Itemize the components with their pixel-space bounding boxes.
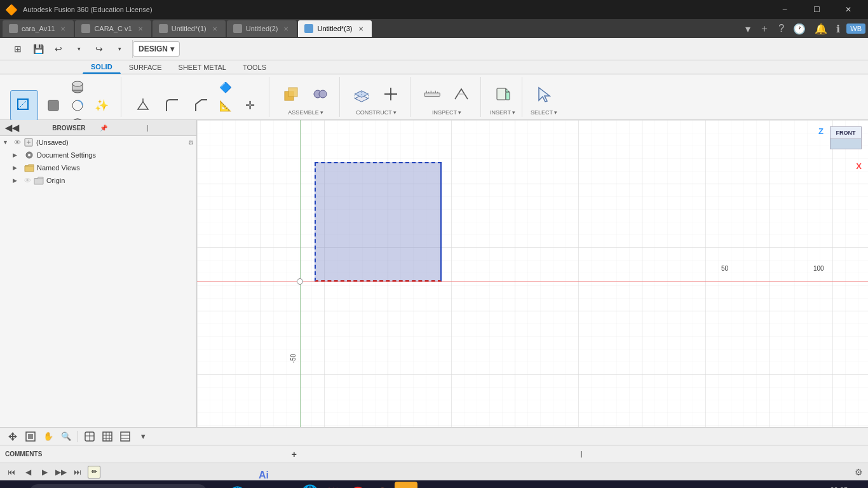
redo-dropdown[interactable]: ▾: [111, 40, 128, 58]
viewport[interactable]: 50 100 150 200 -50 FRONT Z X: [197, 120, 868, 427]
taskbar-teams[interactable]: 💼: [370, 482, 393, 488]
origin-expander[interactable]: ▶: [13, 177, 22, 184]
inspect-group-label[interactable]: INSPECT ▾: [432, 109, 461, 116]
zoom-button[interactable]: 🔍: [58, 430, 74, 444]
view-options-button[interactable]: [118, 430, 133, 444]
pan-button[interactable]: [5, 430, 20, 444]
redo-button[interactable]: ↪: [90, 40, 108, 58]
browser-item-root[interactable]: ▼ 👁 (Unsaved) ⚙: [0, 136, 196, 149]
tab-dropdown-icon[interactable]: ▾: [743, 23, 753, 35]
help-icon[interactable]: ?: [776, 23, 787, 34]
draft-button[interactable]: 📐: [217, 97, 234, 114]
start-button[interactable]: ⊞: [3, 482, 28, 488]
create-form-button[interactable]: [39, 90, 67, 121]
timeline-settings-icon[interactable]: ⚙: [855, 467, 863, 477]
save-button[interactable]: 💾: [29, 40, 47, 58]
tab-untitled2[interactable]: Untitled(2) ✕: [227, 20, 297, 37]
fit-button[interactable]: [23, 430, 38, 444]
extrude-button[interactable]: [69, 78, 86, 96]
tab-close-icon[interactable]: ✕: [58, 25, 67, 33]
tab-cara-c-v1[interactable]: CARA_C v1 ✕: [75, 20, 151, 37]
browser-item-origin[interactable]: ▶ 👁 Origin: [0, 174, 196, 187]
close-button[interactable]: ✕: [834, 0, 863, 19]
section-button[interactable]: [447, 79, 475, 109]
shell-button[interactable]: 🔷: [217, 78, 234, 96]
taskbar-shield[interactable]: 🛡: [322, 482, 345, 488]
ribbon-group-assemble: ASSEMBLE ▾: [272, 77, 340, 117]
tab-close-icon[interactable]: ✕: [356, 25, 365, 33]
fillet-button[interactable]: [158, 90, 186, 121]
new-tab-button[interactable]: ＋: [757, 22, 772, 36]
axis-button[interactable]: [377, 79, 405, 109]
browser-item-doc-settings[interactable]: ▶ Document Settings: [0, 149, 196, 161]
select-group-label[interactable]: SELECT ▾: [531, 109, 557, 116]
browser-pin-icon[interactable]: 📌: [100, 125, 144, 132]
grid-display-button[interactable]: [100, 430, 115, 444]
undo-button[interactable]: ↩: [50, 40, 67, 58]
joint-button[interactable]: [306, 79, 334, 109]
comments-collapse-icon[interactable]: |: [580, 451, 863, 458]
ribbon-tab-tools[interactable]: TOOLS: [234, 61, 275, 74]
insert-button[interactable]: [489, 79, 517, 109]
chamfer-button[interactable]: [187, 90, 215, 121]
timeline-next-button[interactable]: ▶▶: [55, 466, 67, 478]
assemble-group-label[interactable]: ASSEMBLE ▾: [288, 109, 323, 116]
minimize-button[interactable]: –: [770, 0, 799, 19]
browser-item-named-views[interactable]: ▶ Named Views: [0, 161, 196, 174]
timeline-sketch-marker[interactable]: ✏: [88, 466, 100, 478]
taskbar-datetime[interactable]: 22:05 05/04/2021: [816, 486, 848, 489]
grid-menu-button[interactable]: ⊞: [9, 40, 27, 58]
timeline-start-button[interactable]: ⏮: [5, 466, 18, 478]
taskbar-edge[interactable]: 🌐: [226, 482, 248, 488]
named-views-expander[interactable]: ▶: [13, 165, 22, 171]
select-button[interactable]: [530, 79, 558, 109]
maximize-button[interactable]: ☐: [802, 0, 831, 19]
task-view-button[interactable]: ⧉: [208, 482, 224, 488]
view-cube-front[interactable]: FRONT: [827, 126, 862, 149]
user-avatar[interactable]: WB: [846, 24, 865, 34]
revolve-button[interactable]: [69, 97, 86, 114]
ai-button[interactable]: Ai: [248, 463, 280, 488]
star-button[interactable]: ✨: [88, 90, 116, 121]
orbit-button[interactable]: ✋: [41, 430, 56, 444]
press-pull-button[interactable]: [129, 90, 157, 121]
tab-cara-av11[interactable]: cara_Av11 ✕: [3, 20, 74, 37]
info-icon[interactable]: ℹ: [834, 23, 843, 35]
ribbon-tab-surface[interactable]: SURFACE: [121, 61, 170, 74]
measure-button[interactable]: [418, 79, 446, 109]
tab-close-icon[interactable]: ✕: [210, 25, 219, 33]
offset-plane-button[interactable]: [348, 79, 376, 109]
construct-group-label[interactable]: CONSTRUCT ▾: [356, 109, 397, 116]
taskbar-fusion[interactable]: F: [395, 482, 417, 488]
taskbar-app6[interactable]: 🎯: [346, 482, 369, 488]
clock-icon[interactable]: 🕐: [790, 23, 808, 35]
browser-close-icon[interactable]: |: [147, 125, 191, 132]
undo-dropdown[interactable]: ▾: [70, 40, 88, 58]
add-comment-button[interactable]: +: [292, 449, 574, 459]
origin-visibility-icon[interactable]: 👁: [24, 177, 31, 184]
timeline-prev-button[interactable]: ◀: [22, 466, 34, 478]
tab-close-icon[interactable]: ✕: [281, 25, 290, 33]
view-dropdown-button[interactable]: ▾: [135, 430, 151, 444]
insert-group-label[interactable]: INSERT ▾: [490, 109, 515, 116]
move-button[interactable]: ✛: [236, 90, 264, 121]
root-expander[interactable]: ▼: [3, 139, 11, 146]
tab-untitled1[interactable]: Untitled*(1) ✕: [153, 20, 226, 37]
timeline-play-button[interactable]: ▶: [38, 466, 51, 478]
timeline-end-button[interactable]: ⏭: [71, 466, 84, 478]
doc-settings-expander[interactable]: ▶: [13, 152, 22, 158]
design-workspace-button[interactable]: DESIGN ▾: [133, 41, 180, 57]
ribbon-tab-sheet-metal[interactable]: SHEET METAL: [170, 61, 234, 74]
sketch-button[interactable]: [10, 90, 38, 121]
browser-collapse-icon[interactable]: ◀◀: [5, 123, 50, 133]
ribbon-tab-solid[interactable]: SOLID: [83, 60, 121, 74]
tab-untitled3[interactable]: Untitled*(3) ✕: [298, 20, 371, 37]
new-component-button[interactable]: [277, 79, 305, 109]
display-mode-button[interactable]: [82, 430, 97, 444]
root-settings-icon[interactable]: ⚙: [188, 139, 194, 146]
root-visibility-icon[interactable]: 👁: [14, 139, 21, 146]
search-bar[interactable]: 🔍 Escribe aquí para buscar: [29, 484, 207, 488]
taskbar-chrome[interactable]: 🌐: [298, 482, 321, 488]
bell-icon[interactable]: 🔔: [812, 23, 830, 35]
tab-close-icon[interactable]: ✕: [136, 25, 145, 33]
